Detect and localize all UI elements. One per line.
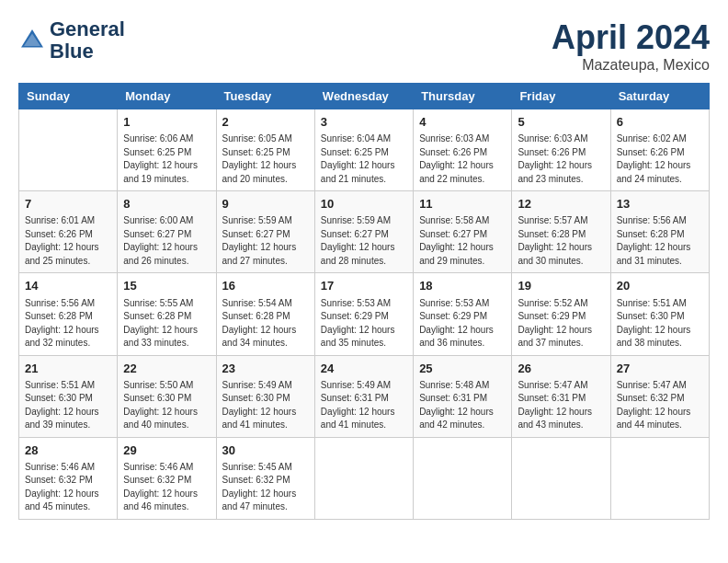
day-info: Sunrise: 5:56 AM Sunset: 6:28 PM Dayligh… [25,297,111,350]
calendar-cell: 29Sunrise: 5:46 AM Sunset: 6:32 PM Dayli… [118,437,216,519]
day-number: 15 [123,278,210,294]
day-number: 28 [25,442,111,459]
weekday-header-saturday: Saturday [610,84,709,109]
day-info: Sunrise: 5:50 AM Sunset: 6:30 PM Dayligh… [123,379,210,432]
calendar-cell: 7Sunrise: 6:01 AM Sunset: 6:26 PM Daylig… [19,191,118,273]
calendar-cell: 23Sunrise: 5:49 AM Sunset: 6:30 PM Dayli… [216,355,314,437]
calendar-cell: 25Sunrise: 5:48 AM Sunset: 6:31 PM Dayli… [414,355,512,437]
calendar-cell: 11Sunrise: 5:58 AM Sunset: 6:27 PM Dayli… [414,191,512,273]
day-number: 11 [419,196,506,213]
calendar-cell: 17Sunrise: 5:53 AM Sunset: 6:29 PM Dayli… [314,273,413,355]
day-number: 13 [617,196,703,213]
calendar-cell: 6Sunrise: 6:02 AM Sunset: 6:26 PM Daylig… [610,109,709,191]
logo-icon [18,27,46,54]
calendar-week-2: 7Sunrise: 6:01 AM Sunset: 6:26 PM Daylig… [19,191,710,273]
calendar-cell [610,437,709,519]
day-number: 3 [321,114,407,131]
day-info: Sunrise: 5:59 AM Sunset: 6:27 PM Dayligh… [321,214,407,268]
day-info: Sunrise: 5:53 AM Sunset: 6:29 PM Dayligh… [321,297,407,350]
day-info: Sunrise: 5:45 AM Sunset: 6:32 PM Dayligh… [222,461,309,514]
day-number: 4 [419,114,506,131]
calendar-cell: 3Sunrise: 6:04 AM Sunset: 6:25 PM Daylig… [314,109,413,191]
day-info: Sunrise: 6:04 AM Sunset: 6:25 PM Dayligh… [321,132,407,186]
day-info: Sunrise: 6:01 AM Sunset: 6:26 PM Dayligh… [25,214,111,268]
day-number: 1 [123,114,210,131]
calendar-cell: 28Sunrise: 5:46 AM Sunset: 6:32 PM Dayli… [19,437,118,519]
day-number: 5 [518,114,604,131]
day-info: Sunrise: 6:05 AM Sunset: 6:25 PM Dayligh… [222,132,309,186]
day-info: Sunrise: 6:02 AM Sunset: 6:26 PM Dayligh… [617,132,703,186]
day-number: 25 [419,361,506,377]
calendar-cell: 21Sunrise: 5:51 AM Sunset: 6:30 PM Dayli… [19,355,118,437]
day-info: Sunrise: 5:52 AM Sunset: 6:29 PM Dayligh… [518,297,604,350]
day-number: 14 [25,278,111,294]
weekday-header-thursday: Thursday [414,84,512,109]
calendar-title: April 2024 [552,18,710,57]
calendar-cell: 18Sunrise: 5:53 AM Sunset: 6:29 PM Dayli… [414,273,512,355]
calendar-cell: 16Sunrise: 5:54 AM Sunset: 6:28 PM Dayli… [216,273,314,355]
day-number: 30 [222,442,309,459]
day-number: 27 [617,361,703,377]
calendar-cell: 26Sunrise: 5:47 AM Sunset: 6:31 PM Dayli… [512,355,610,437]
day-info: Sunrise: 5:55 AM Sunset: 6:28 PM Dayligh… [123,297,210,350]
calendar-cell: 30Sunrise: 5:45 AM Sunset: 6:32 PM Dayli… [216,437,314,519]
day-info: Sunrise: 5:49 AM Sunset: 6:31 PM Dayligh… [321,379,407,432]
day-info: Sunrise: 5:53 AM Sunset: 6:29 PM Dayligh… [419,297,506,350]
day-number: 24 [321,361,407,377]
calendar-cell: 5Sunrise: 6:03 AM Sunset: 6:26 PM Daylig… [512,109,610,191]
day-info: Sunrise: 5:46 AM Sunset: 6:32 PM Dayligh… [123,461,210,514]
weekday-header-wednesday: Wednesday [314,84,413,109]
day-number: 9 [222,196,309,213]
calendar-cell: 14Sunrise: 5:56 AM Sunset: 6:28 PM Dayli… [19,273,118,355]
calendar-header-row: SundayMondayTuesdayWednesdayThursdayFrid… [19,84,710,109]
day-number: 21 [25,361,111,377]
calendar-table: SundayMondayTuesdayWednesdayThursdayFrid… [18,83,710,520]
calendar-cell: 13Sunrise: 5:56 AM Sunset: 6:28 PM Dayli… [610,191,709,273]
day-number: 16 [222,278,309,294]
calendar-cell [512,437,610,519]
calendar-cell [19,109,118,191]
weekday-header-monday: Monday [118,84,216,109]
calendar-subtitle: Mazateupa, Mexico [552,57,710,74]
calendar-week-3: 14Sunrise: 5:56 AM Sunset: 6:28 PM Dayli… [19,273,710,355]
calendar-cell: 22Sunrise: 5:50 AM Sunset: 6:30 PM Dayli… [118,355,216,437]
logo-text: General Blue [50,18,125,63]
day-info: Sunrise: 6:06 AM Sunset: 6:25 PM Dayligh… [123,132,210,186]
calendar-cell: 24Sunrise: 5:49 AM Sunset: 6:31 PM Dayli… [314,355,413,437]
day-number: 18 [419,278,506,294]
day-number: 23 [222,361,309,377]
calendar-cell: 2Sunrise: 6:05 AM Sunset: 6:25 PM Daylig… [216,109,314,191]
day-info: Sunrise: 6:00 AM Sunset: 6:27 PM Dayligh… [123,214,210,268]
title-block: April 2024 Mazateupa, Mexico [552,18,710,74]
day-info: Sunrise: 5:51 AM Sunset: 6:30 PM Dayligh… [25,379,111,432]
day-number: 17 [321,278,407,294]
day-info: Sunrise: 5:57 AM Sunset: 6:28 PM Dayligh… [518,214,604,268]
page-header: General Blue April 2024 Mazateupa, Mexic… [18,18,710,74]
day-info: Sunrise: 5:49 AM Sunset: 6:30 PM Dayligh… [222,379,309,432]
calendar-cell: 1Sunrise: 6:06 AM Sunset: 6:25 PM Daylig… [118,109,216,191]
day-number: 20 [617,278,703,294]
calendar-cell: 27Sunrise: 5:47 AM Sunset: 6:32 PM Dayli… [610,355,709,437]
day-info: Sunrise: 5:54 AM Sunset: 6:28 PM Dayligh… [222,297,309,350]
weekday-header-friday: Friday [512,84,610,109]
calendar-cell [414,437,512,519]
day-number: 12 [518,196,604,213]
day-info: Sunrise: 5:59 AM Sunset: 6:27 PM Dayligh… [222,214,309,268]
day-number: 19 [518,278,604,294]
calendar-cell: 4Sunrise: 6:03 AM Sunset: 6:26 PM Daylig… [414,109,512,191]
calendar-cell: 8Sunrise: 6:00 AM Sunset: 6:27 PM Daylig… [118,191,216,273]
day-info: Sunrise: 6:03 AM Sunset: 6:26 PM Dayligh… [419,132,506,186]
day-number: 26 [518,361,604,377]
day-number: 10 [321,196,407,213]
day-info: Sunrise: 5:56 AM Sunset: 6:28 PM Dayligh… [617,214,703,268]
day-number: 22 [123,361,210,377]
day-number: 7 [25,196,111,213]
calendar-week-4: 21Sunrise: 5:51 AM Sunset: 6:30 PM Dayli… [19,355,710,437]
weekday-header-tuesday: Tuesday [216,84,314,109]
day-number: 29 [123,442,210,459]
calendar-cell: 20Sunrise: 5:51 AM Sunset: 6:30 PM Dayli… [610,273,709,355]
logo: General Blue [18,18,125,63]
calendar-cell: 15Sunrise: 5:55 AM Sunset: 6:28 PM Dayli… [118,273,216,355]
calendar-cell: 9Sunrise: 5:59 AM Sunset: 6:27 PM Daylig… [216,191,314,273]
day-number: 6 [617,114,703,131]
